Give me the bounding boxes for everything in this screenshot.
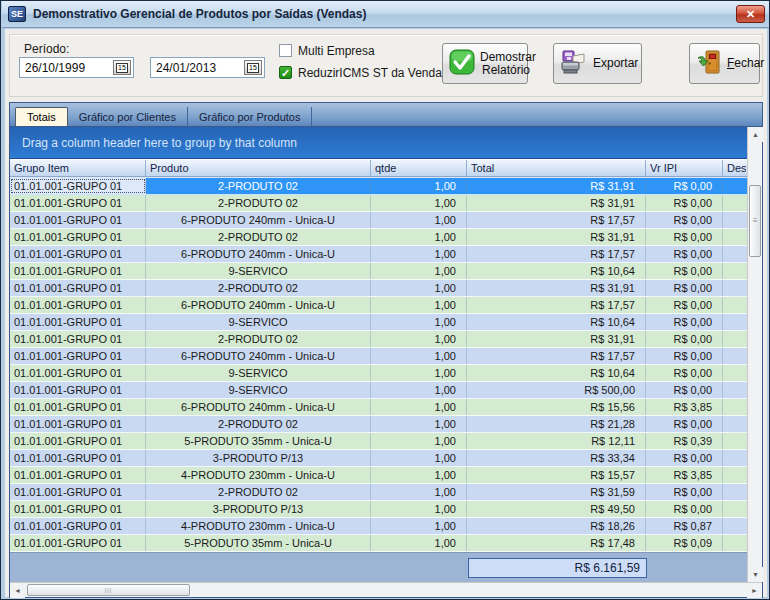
cell-produto[interactable]: 6-PRODUTO 240mm - Unica-U: [146, 246, 371, 262]
cell-produto[interactable]: 3-PRODUTO P/13: [146, 501, 371, 517]
cell-vr-ipi[interactable]: R$ 0,00: [646, 501, 723, 517]
column-header-qtde[interactable]: qtde: [371, 160, 467, 176]
cell-produto[interactable]: 6-PRODUTO 240mm - Unica-U: [146, 348, 371, 364]
table-row[interactable]: 01.01.001-GRUPO 01 2-PRODUTO 02 1,00 R$ …: [10, 280, 747, 297]
table-row[interactable]: 01.01.001-GRUPO 01 9-SERVICO 1,00 R$ 500…: [10, 382, 747, 399]
scroll-down-icon[interactable]: ▼: [748, 567, 763, 582]
cell-descor[interactable]: [723, 195, 746, 211]
cell-produto[interactable]: 2-PRODUTO 02: [146, 195, 371, 211]
fechar-button[interactable]: Fechar: [689, 43, 760, 84]
cell-descor[interactable]: [723, 314, 746, 330]
cell-produto[interactable]: 9-SERVICO: [146, 314, 371, 330]
cell-qtde[interactable]: 1,00: [371, 365, 467, 381]
table-row[interactable]: 01.01.001-GRUPO 01 9-SERVICO 1,00 R$ 10,…: [10, 263, 747, 280]
reduzir-icms-checkbox[interactable]: ✓: [279, 66, 292, 79]
cell-qtde[interactable]: 1,00: [371, 212, 467, 228]
cell-qtde[interactable]: 1,00: [371, 518, 467, 534]
cell-grupo-item[interactable]: 01.01.001-GRUPO 01: [10, 467, 146, 483]
cell-qtde[interactable]: 1,00: [371, 535, 467, 551]
cell-produto[interactable]: 3-PRODUTO P/13: [146, 450, 371, 466]
cell-total[interactable]: R$ 18,26: [467, 518, 646, 534]
cell-descor[interactable]: [723, 382, 746, 398]
cell-total[interactable]: R$ 17,57: [467, 212, 646, 228]
cell-produto[interactable]: 6-PRODUTO 240mm - Unica-U: [146, 212, 371, 228]
title-bar[interactable]: SE Demonstrativo Gerencial de Produtos p…: [2, 1, 770, 28]
multi-empresa-checkbox[interactable]: [279, 44, 292, 57]
cell-produto[interactable]: 2-PRODUTO 02: [146, 178, 371, 194]
cell-vr-ipi[interactable]: R$ 0,00: [646, 365, 723, 381]
cell-total[interactable]: R$ 31,59: [467, 484, 646, 500]
cell-total[interactable]: R$ 15,57: [467, 467, 646, 483]
cell-grupo-item[interactable]: 01.01.001-GRUPO 01: [10, 348, 146, 364]
date-from-field[interactable]: 26/10/1999 15: [19, 57, 134, 78]
cell-produto[interactable]: 2-PRODUTO 02: [146, 229, 371, 245]
cell-descor[interactable]: [723, 280, 746, 296]
cell-vr-ipi[interactable]: R$ 0,00: [646, 280, 723, 296]
cell-produto[interactable]: 6-PRODUTO 240mm - Unica-U: [146, 297, 371, 313]
cell-grupo-item[interactable]: 01.01.001-GRUPO 01: [10, 382, 146, 398]
cell-produto[interactable]: 4-PRODUTO 230mm - Unica-U: [146, 518, 371, 534]
table-row[interactable]: 01.01.001-GRUPO 01 5-PRODUTO 35mm - Unic…: [10, 535, 747, 552]
cell-qtde[interactable]: 1,00: [371, 399, 467, 415]
cell-vr-ipi[interactable]: R$ 0,00: [646, 382, 723, 398]
cell-total[interactable]: R$ 31,91: [467, 229, 646, 245]
cell-vr-ipi[interactable]: R$ 0,00: [646, 246, 723, 262]
demostrar-relatorio-button[interactable]: Demostrar Relatório: [442, 43, 528, 84]
cell-descor[interactable]: [723, 399, 746, 415]
cell-grupo-item[interactable]: 01.01.001-GRUPO 01: [10, 416, 146, 432]
cell-vr-ipi[interactable]: R$ 3,85: [646, 467, 723, 483]
calendar-icon[interactable]: 15: [244, 60, 262, 75]
cell-grupo-item[interactable]: 01.01.001-GRUPO 01: [10, 263, 146, 279]
cell-vr-ipi[interactable]: R$ 3,85: [646, 399, 723, 415]
cell-grupo-item[interactable]: 01.01.001-GRUPO 01: [10, 433, 146, 449]
cell-qtde[interactable]: 1,00: [371, 280, 467, 296]
cell-vr-ipi[interactable]: R$ 0,00: [646, 484, 723, 500]
cell-qtde[interactable]: 1,00: [371, 382, 467, 398]
exportar-button[interactable]: Exportar: [553, 43, 642, 84]
cell-grupo-item[interactable]: 01.01.001-GRUPO 01: [10, 518, 146, 534]
cell-grupo-item[interactable]: 01.01.001-GRUPO 01: [10, 246, 146, 262]
cell-descor[interactable]: [723, 433, 746, 449]
cell-qtde[interactable]: 1,00: [371, 501, 467, 517]
table-row[interactable]: 01.01.001-GRUPO 01 2-PRODUTO 02 1,00 R$ …: [10, 178, 747, 195]
cell-qtde[interactable]: 1,00: [371, 331, 467, 347]
cell-produto[interactable]: 5-PRODUTO 35mm - Unica-U: [146, 433, 371, 449]
cell-grupo-item[interactable]: 01.01.001-GRUPO 01: [10, 314, 146, 330]
cell-total[interactable]: R$ 10,64: [467, 365, 646, 381]
cell-grupo-item[interactable]: 01.01.001-GRUPO 01: [10, 178, 146, 194]
cell-total[interactable]: R$ 17,48: [467, 535, 646, 551]
cell-qtde[interactable]: 1,00: [371, 484, 467, 500]
cell-descor[interactable]: [723, 246, 746, 262]
cell-qtde[interactable]: 1,00: [371, 297, 467, 313]
cell-descor[interactable]: [723, 229, 746, 245]
table-row[interactable]: 01.01.001-GRUPO 01 2-PRODUTO 02 1,00 R$ …: [10, 331, 747, 348]
cell-vr-ipi[interactable]: R$ 0,00: [646, 297, 723, 313]
cell-descor[interactable]: [723, 535, 746, 551]
cell-total[interactable]: R$ 15,56: [467, 399, 646, 415]
scroll-up-icon[interactable]: ▲: [748, 127, 763, 142]
cell-produto[interactable]: 2-PRODUTO 02: [146, 280, 371, 296]
table-row[interactable]: 01.01.001-GRUPO 01 3-PRODUTO P/13 1,00 R…: [10, 450, 747, 467]
table-row[interactable]: 01.01.001-GRUPO 01 6-PRODUTO 240mm - Uni…: [10, 246, 747, 263]
cell-descor[interactable]: [723, 416, 746, 432]
cell-vr-ipi[interactable]: R$ 0,39: [646, 433, 723, 449]
cell-descor[interactable]: [723, 484, 746, 500]
close-icon[interactable]: ✕: [736, 5, 765, 23]
cell-grupo-item[interactable]: 01.01.001-GRUPO 01: [10, 399, 146, 415]
tab-totais[interactable]: Totais: [15, 107, 68, 126]
cell-grupo-item[interactable]: 01.01.001-GRUPO 01: [10, 450, 146, 466]
cell-descor[interactable]: [723, 467, 746, 483]
cell-qtde[interactable]: 1,00: [371, 467, 467, 483]
scroll-left-icon[interactable]: ◄: [10, 583, 25, 598]
cell-qtde[interactable]: 1,00: [371, 178, 467, 194]
table-row[interactable]: 01.01.001-GRUPO 01 4-PRODUTO 230mm - Uni…: [10, 518, 747, 535]
cell-total[interactable]: R$ 17,57: [467, 246, 646, 262]
cell-total[interactable]: R$ 31,91: [467, 178, 646, 194]
cell-qtde[interactable]: 1,00: [371, 195, 467, 211]
cell-total[interactable]: R$ 500,00: [467, 382, 646, 398]
date-from-value[interactable]: 26/10/1999: [25, 61, 85, 75]
cell-produto[interactable]: 4-PRODUTO 230mm - Unica-U: [146, 467, 371, 483]
cell-produto[interactable]: 6-PRODUTO 240mm - Unica-U: [146, 399, 371, 415]
tab-grafico-clientes[interactable]: Gráfico por Clientes: [68, 107, 188, 126]
cell-qtde[interactable]: 1,00: [371, 246, 467, 262]
